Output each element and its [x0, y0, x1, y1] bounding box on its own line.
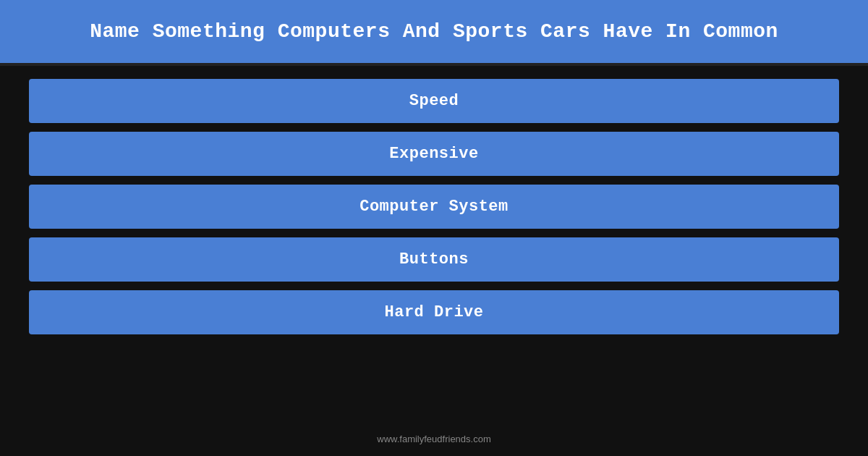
answer-row: Hard Drive — [29, 290, 839, 334]
question-header: Name Something Computers And Sports Cars… — [0, 0, 868, 66]
answer-row: Buttons — [29, 237, 839, 282]
footer-url: www.familyfeudfriends.com — [377, 434, 491, 444]
answer-text-5: Hard Drive — [43, 303, 825, 321]
question-title: Name Something Computers And Sports Cars… — [29, 20, 839, 43]
answers-container: SpeedExpensiveComputer SystemButtonsHard… — [0, 66, 868, 423]
answer-text-4: Buttons — [43, 250, 825, 269]
answer-row: Computer System — [29, 185, 839, 229]
answer-text-2: Expensive — [43, 145, 825, 163]
answer-text-3: Computer System — [43, 198, 825, 216]
answer-row: Expensive — [29, 132, 839, 176]
footer: www.familyfeudfriends.com — [0, 423, 868, 456]
answer-row: Speed — [29, 79, 839, 123]
answer-text-1: Speed — [43, 92, 825, 110]
